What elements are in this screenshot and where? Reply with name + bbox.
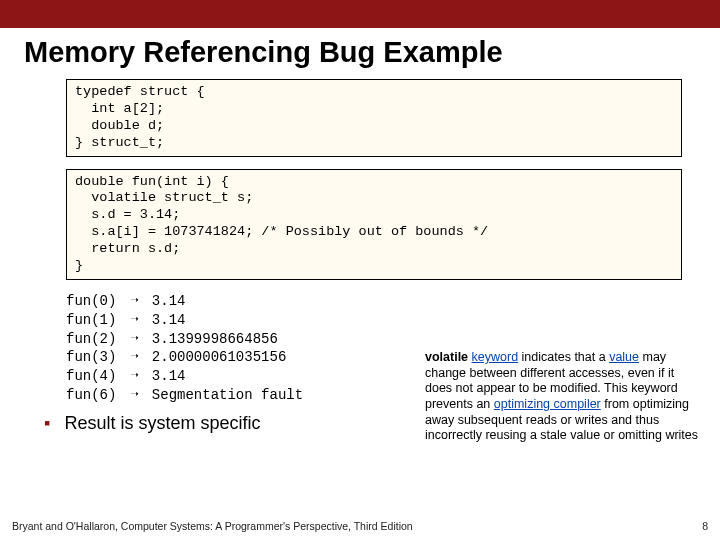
code-struct: typedef struct { int a[2]; double d; } s… [66,79,682,157]
arrow-icon: ➝ [130,330,137,349]
value-cell: 3.14 [152,292,303,311]
value-cell: 3.1399998664856 [152,330,303,349]
slide-top-bar [0,0,720,28]
page-number: 8 [702,520,708,532]
code-func: double fun(int i) { volatile struct_t s;… [66,169,682,280]
arrow-icon: ➝ [130,367,137,386]
call-cell: fun(1) [66,311,116,330]
value-cell: 2.00000061035156 [152,348,303,367]
results-values-col: 3.14 3.14 3.1399998664856 2.000000610351… [152,292,303,405]
bullet-text: Result is system specific [64,413,260,434]
slide-title: Memory Referencing Bug Example [0,28,720,79]
results-calls-col: fun(0) fun(1) fun(2) fun(3) fun(4) fun(6… [66,292,116,405]
value-cell: 3.14 [152,367,303,386]
results-arrow-col: ➝ ➝ ➝ ➝ ➝ ➝ [130,292,137,405]
call-cell: fun(6) [66,386,116,405]
arrow-icon: ➝ [130,311,137,330]
volatile-note: volatile keyword indicates that a value … [425,350,700,444]
note-link-value[interactable]: value [609,350,639,364]
call-cell: fun(2) [66,330,116,349]
value-cell: Segmentation fault [152,386,303,405]
slide-footer: Bryant and O'Hallaron, Computer Systems:… [12,520,708,532]
call-cell: fun(4) [66,367,116,386]
note-link-compiler[interactable]: optimizing compiler [494,397,601,411]
bullet-icon: ▪ [44,413,50,434]
arrow-icon: ➝ [130,386,137,405]
call-cell: fun(3) [66,348,116,367]
call-cell: fun(0) [66,292,116,311]
footer-citation: Bryant and O'Hallaron, Computer Systems:… [12,520,413,532]
value-cell: 3.14 [152,311,303,330]
note-link-keyword[interactable]: keyword [472,350,519,364]
note-text: indicates that a [518,350,609,364]
arrow-icon: ➝ [130,348,137,367]
note-bold: volatile [425,350,468,364]
arrow-icon: ➝ [130,292,137,311]
